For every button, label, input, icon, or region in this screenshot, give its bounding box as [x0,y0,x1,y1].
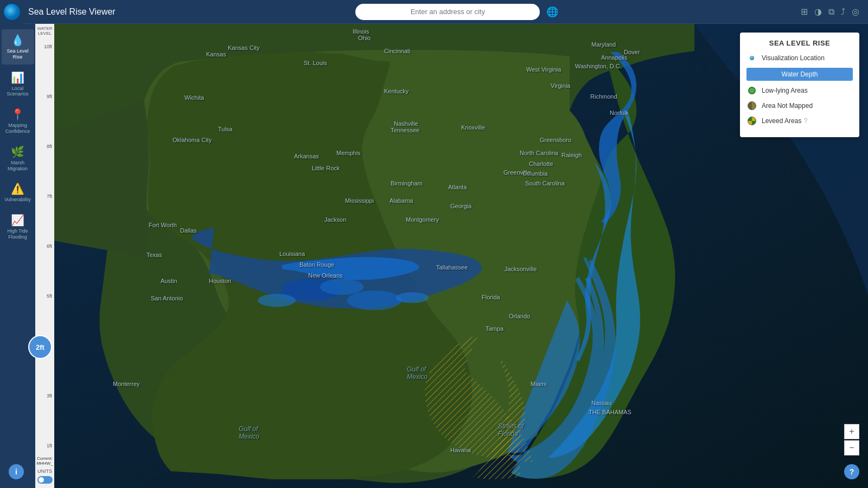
info-button[interactable]: i [9,464,24,479]
leveed-areas-icon [746,115,757,126]
scale-mark-5ft: 5ft [47,293,52,299]
scale-mark-10ft: 10ft [44,44,52,49]
legend-title: SEA LEVEL RISE [746,39,853,47]
low-lying-areas-icon [746,85,757,96]
current-level-label: Current:MHHW_ [35,454,54,468]
legend-visualization-location-label: Visualization Location [762,54,825,62]
zoom-controls: + − [844,424,859,455]
sidebar-item-vulnerability[interactable]: ⚠️ Vulnerability [2,178,34,207]
scale-marks: 10ft 9ft 8ft 7ft 6ft 5ft 4ft 3ft 1ft [35,38,54,454]
sidebar-item-local-scenarios-label: Local Scenarios [4,86,32,98]
map-container[interactable]: Illinois Ohio Kansas Kansas City St. Lou… [54,24,868,488]
water-level-label: WATERLEVEL [37,27,53,36]
sidebar-item-local-scenarios[interactable]: 📊 Local Scenarios [2,67,34,102]
area-not-mapped-icon [746,100,757,111]
sidebar-item-marsh-migration-label: Marsh Migration [4,160,32,172]
sea-level-value-bubble[interactable]: 2ft [28,335,52,359]
scale-mark-9ft: 9ft [47,94,52,99]
header-toolbar: ⊞ ◑ ⧉ ⤴ ◎ [801,7,859,17]
vulnerability-icon: ⚠️ [11,182,24,195]
water-depth-button[interactable]: Water Depth [746,68,853,81]
leveed-circle [748,117,756,125]
sidebar-item-sea-level-rise-label: Sea Level Rise [4,48,32,60]
sidebar-item-high-tide-flooding[interactable]: 📈 High Tide Flooding [2,209,34,245]
units-toggle[interactable] [37,476,53,484]
app-header: Sea Level Rise Viewer 🌐 ⊞ ◑ ⧉ ⤴ ◎ [0,0,868,24]
legend-area-not-mapped[interactable]: Area Not Mapped [746,100,853,111]
legend-panel: SEA LEVEL RISE Visualization Location Wa… [740,33,859,137]
legend-low-lying-areas-label: Low-lying Areas [762,87,808,94]
svg-point-4 [258,294,296,307]
sidebar-item-vulnerability-label: Vulnerability [4,197,31,203]
notmapped-circle [748,101,756,110]
legend-visualization-location[interactable]: Visualization Location [746,53,853,63]
water-level-scale: WATERLEVEL 10ft 9ft 8ft 7ft 6ft 5ft 4ft … [35,24,54,488]
basemap-icon[interactable]: ⊞ [801,7,808,17]
scale-mark-1ft: 1ft [47,443,52,448]
units-label: UNITS [37,468,52,474]
app-title: Sea Level Rise Viewer [28,7,116,17]
scale-mark-3ft: 3ft [47,393,52,399]
visualization-location-icon [746,53,757,63]
scale-mark-8ft: 8ft [47,144,52,149]
scale-mark-7ft: 7ft [47,194,52,199]
help-button[interactable]: ? [844,464,859,479]
zoom-out-button[interactable]: − [844,440,859,455]
sidebar: 💧 Sea Level Rise 📊 Local Scenarios 📍 Map… [0,24,35,488]
sea-level-rise-icon: 💧 [11,34,24,47]
search-input[interactable] [355,4,540,20]
legend-area-not-mapped-label: Area Not Mapped [762,102,813,110]
globe-icon[interactable]: 🌐 [544,4,560,20]
high-tide-flooding-icon: 📈 [11,214,24,227]
contrast-icon[interactable]: ◑ [814,7,822,17]
lowlying-dot [748,87,756,94]
search-container: 🌐 [116,4,801,20]
location-icon[interactable]: ◎ [852,7,859,17]
legend-leveed-areas-label: Leveed Areas [762,117,801,125]
app-logo [0,0,24,24]
leveed-help-icon[interactable]: ? [803,117,807,125]
noaa-logo-icon [4,4,20,20]
sidebar-item-marsh-migration[interactable]: 🌿 Marsh Migration [2,141,34,176]
vis-dot [749,55,755,61]
svg-point-6 [396,292,429,303]
scale-mark-6ft: 6ft [47,243,52,249]
mapping-confidence-icon: 📍 [11,108,24,121]
legend-leveed-areas[interactable]: Leveed Areas ? [746,115,853,126]
zoom-in-button[interactable]: + [844,424,859,439]
sidebar-item-mapping-confidence[interactable]: 📍 Mapping Confidence [2,104,34,139]
sidebar-item-mapping-confidence-label: Mapping Confidence [4,123,32,134]
share-icon[interactable]: ⤴ [841,7,845,17]
sidebar-item-sea-level-rise[interactable]: 💧 Sea Level Rise [2,29,34,65]
local-scenarios-icon: 📊 [11,71,24,84]
layers-icon[interactable]: ⧉ [828,7,834,17]
svg-point-5 [347,291,401,310]
svg-point-3 [320,279,363,295]
sidebar-item-high-tide-flooding-label: High Tide Flooding [4,228,32,240]
marsh-migration-icon: 🌿 [11,145,24,158]
legend-low-lying-areas[interactable]: Low-lying Areas [746,85,853,96]
